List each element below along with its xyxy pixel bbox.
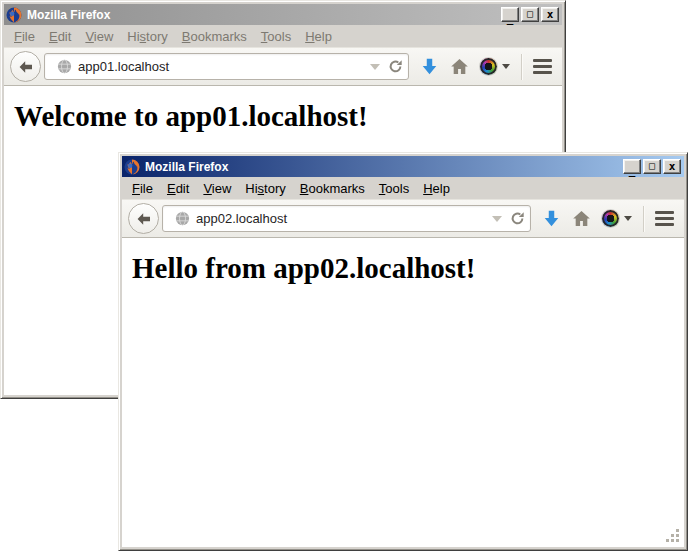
back-button[interactable] <box>10 51 41 82</box>
menu-help[interactable]: Help <box>416 179 457 198</box>
maximize-button[interactable]: □ <box>521 7 539 22</box>
menu-bar: File Edit View History Bookmarks Tools H… <box>4 25 562 47</box>
window-controls: _ □ x <box>501 7 560 22</box>
hamburger-menu-button[interactable] <box>533 59 552 74</box>
page-heading: Welcome to app01.localhost! <box>14 100 562 133</box>
page-heading: Hello from app02.localhost! <box>132 252 684 285</box>
home-icon <box>450 57 469 76</box>
hamburger-menu-button[interactable] <box>655 211 674 226</box>
menu-edit[interactable]: Edit <box>160 179 196 198</box>
lens-icon <box>480 58 497 75</box>
menu-view[interactable]: View <box>196 179 238 198</box>
home-button[interactable] <box>572 209 591 228</box>
menu-bookmarks[interactable]: Bookmarks <box>175 27 254 46</box>
reload-icon <box>510 211 525 226</box>
firefox-icon <box>124 159 140 175</box>
globe-icon <box>57 59 72 74</box>
navigation-toolbar: app01.localhost <box>4 47 562 85</box>
maximize-button[interactable]: □ <box>643 159 661 174</box>
menu-bookmarks[interactable]: Bookmarks <box>293 179 372 198</box>
titlebar[interactable]: Mozilla Firefox _ □ x <box>4 4 562 25</box>
download-arrow-icon <box>542 209 561 228</box>
addon-lens-button[interactable] <box>602 210 632 227</box>
menu-history[interactable]: History <box>120 27 174 46</box>
hamburger-icon <box>533 59 552 62</box>
menu-tools[interactable]: Tools <box>372 179 416 198</box>
browser-window-app02: Mozilla Firefox _ □ x File Edit View His… <box>118 152 688 551</box>
titlebar[interactable]: Mozilla Firefox _ □ x <box>122 156 684 177</box>
download-button[interactable] <box>420 57 439 76</box>
window-controls: _ □ x <box>623 159 682 174</box>
urlbar-dropdown-icon[interactable] <box>492 216 502 222</box>
menu-file[interactable]: File <box>125 179 160 198</box>
menu-file[interactable]: File <box>7 27 42 46</box>
window-title: Mozilla Firefox <box>26 8 497 22</box>
url-bar[interactable]: app02.localhost <box>162 205 531 232</box>
url-bar[interactable]: app01.localhost <box>44 53 409 80</box>
urlbar-dropdown-icon[interactable] <box>370 64 380 70</box>
firefox-icon <box>6 7 22 23</box>
download-arrow-icon <box>420 57 439 76</box>
home-button[interactable] <box>450 57 469 76</box>
desktop: Mozilla Firefox _ □ x File Edit View His… <box>0 0 688 551</box>
close-button[interactable]: x <box>663 159 681 174</box>
menu-edit[interactable]: Edit <box>42 27 78 46</box>
download-button[interactable] <box>542 209 561 228</box>
globe-icon <box>175 211 190 226</box>
toolbar-separator <box>521 54 522 80</box>
close-button[interactable]: x <box>541 7 559 22</box>
menu-history[interactable]: History <box>238 179 292 198</box>
navigation-toolbar: app02.localhost <box>122 199 684 237</box>
back-arrow-icon <box>18 59 34 75</box>
resize-grip[interactable] <box>676 539 679 542</box>
menu-bar: File Edit View History Bookmarks Tools H… <box>122 177 684 199</box>
minimize-button[interactable]: _ <box>623 159 641 174</box>
lens-icon <box>602 210 619 227</box>
back-arrow-icon <box>136 211 152 227</box>
home-icon <box>572 209 591 228</box>
toolbar-separator <box>643 206 644 232</box>
reload-icon <box>388 59 403 74</box>
reload-button[interactable] <box>388 59 403 74</box>
page-content: Hello from app02.localhost! <box>122 237 684 547</box>
addon-dropdown-icon <box>502 64 510 69</box>
minimize-button[interactable]: _ <box>501 7 519 22</box>
url-text: app02.localhost <box>196 211 486 226</box>
back-button[interactable] <box>128 203 159 234</box>
menu-tools[interactable]: Tools <box>254 27 298 46</box>
addon-dropdown-icon <box>624 216 632 221</box>
addon-lens-button[interactable] <box>480 58 510 75</box>
reload-button[interactable] <box>510 211 525 226</box>
url-text: app01.localhost <box>78 59 364 74</box>
window-title: Mozilla Firefox <box>144 160 619 174</box>
hamburger-icon <box>655 211 674 214</box>
menu-help[interactable]: Help <box>298 27 339 46</box>
menu-view[interactable]: View <box>78 27 120 46</box>
